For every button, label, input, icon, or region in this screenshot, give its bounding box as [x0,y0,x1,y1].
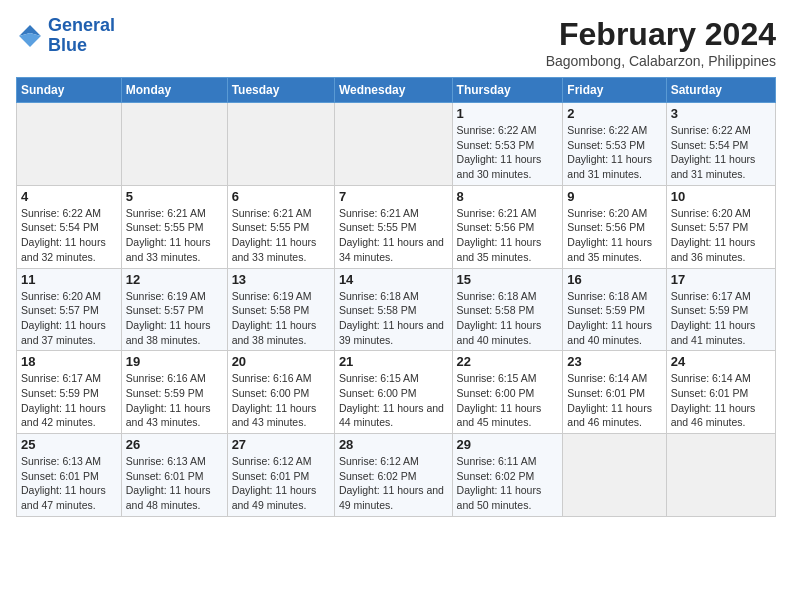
calendar-cell [563,434,666,517]
calendar-cell: 13Sunrise: 6:19 AM Sunset: 5:58 PM Dayli… [227,268,334,351]
day-info: Sunrise: 6:13 AM Sunset: 6:01 PM Dayligh… [126,454,223,513]
day-info: Sunrise: 6:15 AM Sunset: 6:00 PM Dayligh… [457,371,559,430]
day-number: 7 [339,189,448,204]
day-info: Sunrise: 6:15 AM Sunset: 6:00 PM Dayligh… [339,371,448,430]
day-number: 12 [126,272,223,287]
calendar-cell: 23Sunrise: 6:14 AM Sunset: 6:01 PM Dayli… [563,351,666,434]
day-info: Sunrise: 6:21 AM Sunset: 5:55 PM Dayligh… [339,206,448,265]
day-info: Sunrise: 6:20 AM Sunset: 5:57 PM Dayligh… [21,289,117,348]
calendar-week: 11Sunrise: 6:20 AM Sunset: 5:57 PM Dayli… [17,268,776,351]
day-number: 6 [232,189,330,204]
calendar-cell: 12Sunrise: 6:19 AM Sunset: 5:57 PM Dayli… [121,268,227,351]
header-row: SundayMondayTuesdayWednesdayThursdayFrid… [17,78,776,103]
calendar-cell: 21Sunrise: 6:15 AM Sunset: 6:00 PM Dayli… [334,351,452,434]
header-day: Friday [563,78,666,103]
day-number: 2 [567,106,661,121]
day-info: Sunrise: 6:18 AM Sunset: 5:58 PM Dayligh… [339,289,448,348]
calendar-cell: 26Sunrise: 6:13 AM Sunset: 6:01 PM Dayli… [121,434,227,517]
calendar-cell: 19Sunrise: 6:16 AM Sunset: 5:59 PM Dayli… [121,351,227,434]
calendar-cell: 6Sunrise: 6:21 AM Sunset: 5:55 PM Daylig… [227,185,334,268]
header-day: Wednesday [334,78,452,103]
calendar-cell: 10Sunrise: 6:20 AM Sunset: 5:57 PM Dayli… [666,185,775,268]
calendar-cell: 5Sunrise: 6:21 AM Sunset: 5:55 PM Daylig… [121,185,227,268]
calendar-header: SundayMondayTuesdayWednesdayThursdayFrid… [17,78,776,103]
calendar-cell: 17Sunrise: 6:17 AM Sunset: 5:59 PM Dayli… [666,268,775,351]
calendar-title: February 2024 [546,16,776,53]
day-info: Sunrise: 6:19 AM Sunset: 5:58 PM Dayligh… [232,289,330,348]
day-info: Sunrise: 6:14 AM Sunset: 6:01 PM Dayligh… [671,371,771,430]
day-info: Sunrise: 6:21 AM Sunset: 5:56 PM Dayligh… [457,206,559,265]
calendar-table: SundayMondayTuesdayWednesdayThursdayFrid… [16,77,776,517]
day-number: 19 [126,354,223,369]
day-info: Sunrise: 6:21 AM Sunset: 5:55 PM Dayligh… [232,206,330,265]
day-info: Sunrise: 6:20 AM Sunset: 5:57 PM Dayligh… [671,206,771,265]
day-number: 18 [21,354,117,369]
calendar-cell: 9Sunrise: 6:20 AM Sunset: 5:56 PM Daylig… [563,185,666,268]
calendar-week: 18Sunrise: 6:17 AM Sunset: 5:59 PM Dayli… [17,351,776,434]
calendar-cell: 22Sunrise: 6:15 AM Sunset: 6:00 PM Dayli… [452,351,563,434]
day-info: Sunrise: 6:22 AM Sunset: 5:54 PM Dayligh… [21,206,117,265]
day-number: 3 [671,106,771,121]
calendar-cell: 4Sunrise: 6:22 AM Sunset: 5:54 PM Daylig… [17,185,122,268]
day-info: Sunrise: 6:18 AM Sunset: 5:58 PM Dayligh… [457,289,559,348]
day-number: 8 [457,189,559,204]
day-number: 15 [457,272,559,287]
header-day: Tuesday [227,78,334,103]
calendar-cell [121,103,227,186]
day-number: 10 [671,189,771,204]
day-number: 24 [671,354,771,369]
day-info: Sunrise: 6:21 AM Sunset: 5:55 PM Dayligh… [126,206,223,265]
calendar-cell: 2Sunrise: 6:22 AM Sunset: 5:53 PM Daylig… [563,103,666,186]
day-info: Sunrise: 6:19 AM Sunset: 5:57 PM Dayligh… [126,289,223,348]
calendar-cell [17,103,122,186]
calendar-cell: 11Sunrise: 6:20 AM Sunset: 5:57 PM Dayli… [17,268,122,351]
calendar-cell: 18Sunrise: 6:17 AM Sunset: 5:59 PM Dayli… [17,351,122,434]
calendar-cell: 14Sunrise: 6:18 AM Sunset: 5:58 PM Dayli… [334,268,452,351]
calendar-cell: 27Sunrise: 6:12 AM Sunset: 6:01 PM Dayli… [227,434,334,517]
calendar-cell [334,103,452,186]
calendar-cell: 29Sunrise: 6:11 AM Sunset: 6:02 PM Dayli… [452,434,563,517]
calendar-cell: 3Sunrise: 6:22 AM Sunset: 5:54 PM Daylig… [666,103,775,186]
day-info: Sunrise: 6:13 AM Sunset: 6:01 PM Dayligh… [21,454,117,513]
logo-icon [16,22,44,50]
logo: GeneralBlue [16,16,115,56]
day-info: Sunrise: 6:18 AM Sunset: 5:59 PM Dayligh… [567,289,661,348]
day-number: 22 [457,354,559,369]
day-number: 13 [232,272,330,287]
day-info: Sunrise: 6:12 AM Sunset: 6:02 PM Dayligh… [339,454,448,513]
logo-text: GeneralBlue [48,16,115,56]
day-info: Sunrise: 6:17 AM Sunset: 5:59 PM Dayligh… [671,289,771,348]
day-number: 20 [232,354,330,369]
calendar-cell: 24Sunrise: 6:14 AM Sunset: 6:01 PM Dayli… [666,351,775,434]
day-number: 5 [126,189,223,204]
calendar-cell: 1Sunrise: 6:22 AM Sunset: 5:53 PM Daylig… [452,103,563,186]
header-day: Thursday [452,78,563,103]
day-number: 23 [567,354,661,369]
calendar-cell: 16Sunrise: 6:18 AM Sunset: 5:59 PM Dayli… [563,268,666,351]
calendar-week: 4Sunrise: 6:22 AM Sunset: 5:54 PM Daylig… [17,185,776,268]
day-number: 11 [21,272,117,287]
calendar-cell: 25Sunrise: 6:13 AM Sunset: 6:01 PM Dayli… [17,434,122,517]
calendar-cell: 20Sunrise: 6:16 AM Sunset: 6:00 PM Dayli… [227,351,334,434]
header-day: Saturday [666,78,775,103]
title-block: February 2024 Bagombong, Calabarzon, Phi… [546,16,776,69]
calendar-subtitle: Bagombong, Calabarzon, Philippines [546,53,776,69]
day-number: 21 [339,354,448,369]
calendar-body: 1Sunrise: 6:22 AM Sunset: 5:53 PM Daylig… [17,103,776,517]
day-info: Sunrise: 6:20 AM Sunset: 5:56 PM Dayligh… [567,206,661,265]
calendar-cell: 7Sunrise: 6:21 AM Sunset: 5:55 PM Daylig… [334,185,452,268]
day-number: 26 [126,437,223,452]
calendar-week: 1Sunrise: 6:22 AM Sunset: 5:53 PM Daylig… [17,103,776,186]
calendar-cell: 15Sunrise: 6:18 AM Sunset: 5:58 PM Dayli… [452,268,563,351]
day-info: Sunrise: 6:22 AM Sunset: 5:53 PM Dayligh… [567,123,661,182]
day-number: 27 [232,437,330,452]
day-info: Sunrise: 6:17 AM Sunset: 5:59 PM Dayligh… [21,371,117,430]
calendar-week: 25Sunrise: 6:13 AM Sunset: 6:01 PM Dayli… [17,434,776,517]
day-info: Sunrise: 6:16 AM Sunset: 5:59 PM Dayligh… [126,371,223,430]
day-number: 16 [567,272,661,287]
day-info: Sunrise: 6:11 AM Sunset: 6:02 PM Dayligh… [457,454,559,513]
day-number: 28 [339,437,448,452]
calendar-cell: 28Sunrise: 6:12 AM Sunset: 6:02 PM Dayli… [334,434,452,517]
calendar-cell [227,103,334,186]
day-number: 1 [457,106,559,121]
